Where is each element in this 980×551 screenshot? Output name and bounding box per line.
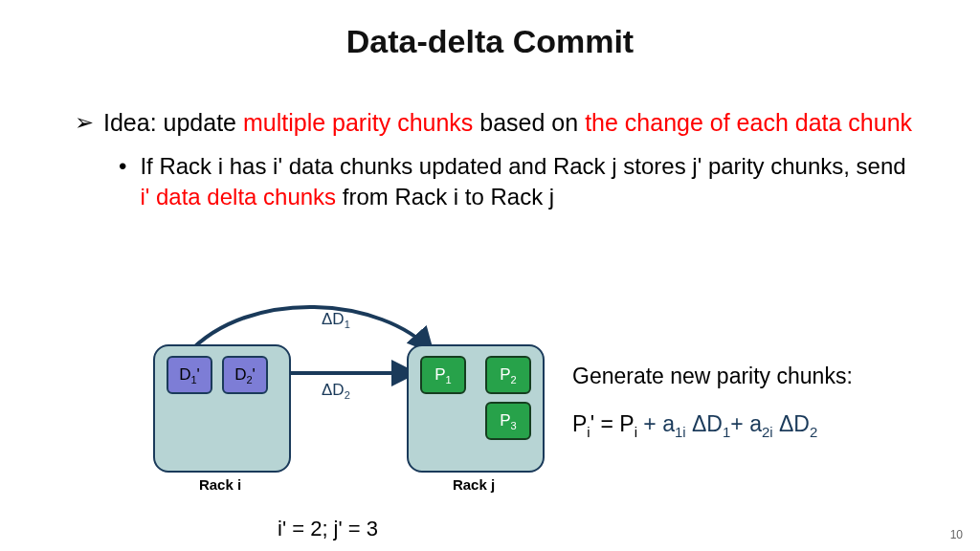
- p1-base: P: [434, 365, 445, 384]
- eq-plus1: +: [637, 411, 662, 436]
- idea-red2: the change of each data chunk: [585, 109, 912, 136]
- eq-lhs-base: P: [572, 411, 587, 436]
- dd2-base: ΔD: [322, 381, 345, 399]
- a1-base: a: [662, 411, 675, 436]
- sub-suffix: from Rack i to Rack j: [336, 184, 554, 209]
- a1-sub: 1i: [675, 424, 686, 440]
- chunk-d1: D1': [167, 356, 212, 394]
- sub-text: If Rack i has i' data chunks updated and…: [140, 151, 917, 213]
- idea-bullet: ➢ Idea: update multiple parity chunks ba…: [75, 107, 917, 140]
- d1-prime: ': [197, 365, 200, 384]
- rack-j-label: Rack j: [407, 476, 541, 493]
- dd2b: ΔD: [779, 411, 810, 436]
- plus2: +: [730, 411, 749, 436]
- bullet-marker: ➢: [75, 107, 94, 140]
- delta-d1-label: ΔD1: [322, 310, 350, 330]
- rack-i-label: Rack i: [153, 476, 287, 493]
- page-number: 10: [950, 528, 963, 541]
- idea-mid: based on: [473, 109, 585, 136]
- counts-text: i' = 2; j' = 3: [278, 517, 378, 541]
- delta-d2-label: ΔD2: [322, 381, 350, 401]
- rack-i-box: D1' D2': [153, 344, 291, 473]
- d1-base: D: [179, 365, 190, 384]
- p3-base: P: [500, 411, 510, 430]
- dd1b: ΔD: [692, 411, 723, 436]
- sub-bullet: • If Rack i has i' data chunks updated a…: [119, 151, 917, 213]
- dd2-sub: 2: [345, 389, 350, 401]
- p2-sub: 2: [511, 374, 517, 386]
- d2-base: D: [234, 365, 246, 384]
- a2-base: a: [749, 411, 762, 436]
- chunk-d2: D2': [222, 356, 268, 394]
- p2-base: P: [500, 365, 510, 384]
- eq-lhs-prime: ' = P: [590, 411, 635, 436]
- dd1-base: ΔD: [322, 310, 345, 328]
- chunk-p3: P3: [485, 402, 531, 440]
- slide-title: Data-delta Commit: [0, 23, 980, 60]
- dd2s: 2: [810, 424, 817, 440]
- sub-prefix: If Rack i has i' data chunks updated and…: [140, 153, 905, 179]
- diagram: D1' D2' P1 P2 P3 ΔD1 ΔD2 Rack i Rack j: [144, 306, 565, 517]
- p1-sub: 1: [446, 374, 452, 386]
- p3-sub: 3: [511, 420, 517, 431]
- chunk-p2: P2: [485, 356, 531, 394]
- sub-marker: •: [119, 151, 126, 213]
- bullet-list: ➢ Idea: update multiple parity chunks ba…: [75, 107, 917, 213]
- generate-caption: Generate new parity chunks:: [572, 364, 853, 389]
- idea-prefix: Idea: update: [103, 109, 243, 136]
- dd1-sub: 1: [345, 319, 350, 330]
- equation: Pi' = Pi + a1i ΔD1+ a2i ΔD2: [572, 411, 817, 440]
- idea-text: Idea: update multiple parity chunks base…: [103, 107, 912, 140]
- sub-red: i' data delta chunks: [140, 184, 336, 209]
- d2-prime: ': [253, 365, 256, 384]
- rack-j-box: P1 P2 P3: [407, 344, 545, 473]
- chunk-p1: P1: [420, 356, 466, 394]
- idea-red1: multiple parity chunks: [243, 109, 473, 136]
- a2-sub: 2i: [762, 424, 773, 440]
